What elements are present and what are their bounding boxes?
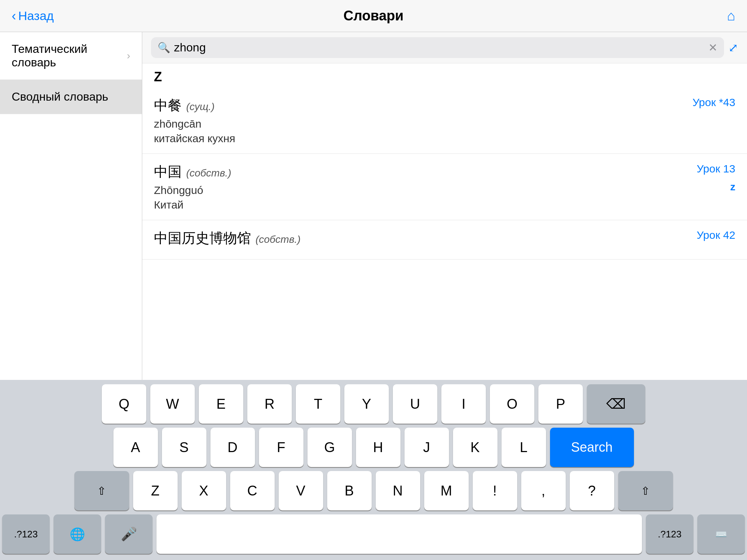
entry-translation-2: Китай <box>154 199 735 211</box>
entry-zhongcan[interactable]: 中餐 (сущ.) Урок *43 zhōngcān китайская ку… <box>142 88 747 154</box>
entry-lesson-2: Урок 13 <box>697 163 735 175</box>
chevron-left-icon: ‹ <box>12 9 16 23</box>
key-shift-left[interactable]: ⇧ <box>74 471 129 510</box>
search-bar: 🔍 ✕ ⤢ <box>142 32 747 63</box>
keyboard-row-4: .?123 🌐 🎤 .?123 ⌨️ <box>2 514 745 554</box>
key-space[interactable] <box>156 514 642 554</box>
back-label: Назад <box>18 9 54 23</box>
search-input-container: 🔍 ✕ <box>151 37 724 58</box>
key-microphone[interactable]: 🎤 <box>105 514 152 554</box>
entry-zhongguo[interactable]: 中国 (собств.) Урок 13 Zhōngguó Китай z <box>142 154 747 220</box>
key-p[interactable]: P <box>538 384 583 424</box>
main-area: Тематический словарь › Сводный словарь 🔍… <box>0 32 747 380</box>
key-a[interactable]: A <box>113 428 158 467</box>
nav-bar: ‹ Назад Словари ⌂ <box>0 0 747 32</box>
key-z[interactable]: Z <box>133 471 178 510</box>
entry-header-3: 中国历史博物馆 (собств.) Урок 42 <box>154 229 735 248</box>
key-o[interactable]: O <box>490 384 534 424</box>
key-e[interactable]: E <box>199 384 243 424</box>
home-button[interactable]: ⌂ <box>727 8 735 24</box>
key-hide-keyboard[interactable]: ⌨️ <box>697 514 745 554</box>
key-shift-right[interactable]: ⇧ <box>618 471 673 510</box>
key-h[interactable]: H <box>356 428 400 467</box>
home-icon: ⌂ <box>727 8 735 23</box>
key-globe[interactable]: 🌐 <box>54 514 101 554</box>
entries-list: Z 中餐 (сущ.) Урок *43 zhōngcān китайская … <box>142 63 747 380</box>
entry-header-2: 中国 (собств.) Урок 13 <box>154 163 735 181</box>
shift-arrow-icon-r: ⇧ <box>641 485 650 497</box>
entry-header: 中餐 (сущ.) Урок *43 <box>154 96 735 115</box>
key-d[interactable]: D <box>210 428 255 467</box>
sidebar-item-combined-label: Сводный словарь <box>12 90 108 104</box>
search-button[interactable]: Search <box>550 428 634 467</box>
entry-pos-3: (собств.) <box>255 234 301 245</box>
sidebar: Тематический словарь › Сводный словарь <box>0 32 142 380</box>
key-g[interactable]: G <box>307 428 352 467</box>
key-u[interactable]: U <box>393 384 437 424</box>
key-v[interactable]: V <box>279 471 323 510</box>
back-button[interactable]: ‹ Назад <box>12 9 54 23</box>
entry-pos-2: (собств.) <box>186 167 231 179</box>
entry-pinyin-2: Zhōngguó <box>154 184 735 197</box>
entry-chinese-3: 中国历史博物馆 <box>154 230 251 246</box>
content-area: 🔍 ✕ ⤢ Z 中餐 (сущ.) Урок *43 zhōngcān кита… <box>142 32 747 380</box>
entry-chinese-2: 中国 <box>154 164 182 179</box>
key-j[interactable]: J <box>405 428 449 467</box>
expand-icon[interactable]: ⤢ <box>728 41 738 55</box>
key-y[interactable]: Y <box>344 384 389 424</box>
key-w[interactable]: W <box>150 384 195 424</box>
key-s[interactable]: S <box>162 428 206 467</box>
entry-translation: китайская кухня <box>154 132 735 145</box>
entry-lesson: Урок *43 <box>692 96 735 109</box>
key-f[interactable]: F <box>259 428 303 467</box>
key-b[interactable]: B <box>327 471 372 510</box>
clear-icon[interactable]: ✕ <box>708 41 717 54</box>
key-m[interactable]: M <box>424 471 469 510</box>
key-n[interactable]: N <box>376 471 420 510</box>
sidebar-item-thematic[interactable]: Тематический словарь › <box>0 32 142 80</box>
page-title: Словари <box>344 8 404 24</box>
keyboard-row-1: Q W E R T Y U I O P ⌫ <box>2 384 745 424</box>
key-c[interactable]: C <box>230 471 275 510</box>
search-icon: 🔍 <box>158 42 170 54</box>
entry-title-2: 中国 (собств.) <box>154 163 231 181</box>
z-badge: z <box>730 181 735 193</box>
keyboard-row-2: A S D F G H J K L Search <box>2 428 745 467</box>
key-backspace[interactable]: ⌫ <box>587 384 645 424</box>
key-comma[interactable]: , <box>521 471 566 510</box>
key-k[interactable]: K <box>453 428 498 467</box>
entry-zhongguo-lishi[interactable]: 中国历史博物馆 (собств.) Урок 42 <box>142 220 747 260</box>
key-t[interactable]: T <box>296 384 340 424</box>
keyboard-row-3: ⇧ Z X C V B N M ! , ? ⇧ <box>2 471 745 510</box>
entry-title-3: 中国历史博物馆 (собств.) <box>154 229 301 248</box>
entry-lesson-3: Урок 42 <box>697 229 735 241</box>
key-question[interactable]: ? <box>570 471 614 510</box>
shift-arrow-icon: ⇧ <box>97 485 106 497</box>
key-r[interactable]: R <box>247 384 292 424</box>
key-exclaim[interactable]: ! <box>473 471 517 510</box>
chevron-right-icon: › <box>127 50 130 62</box>
key-l[interactable]: L <box>502 428 546 467</box>
entry-pos: (сущ.) <box>186 101 214 112</box>
sidebar-item-thematic-label: Тематический словарь <box>12 42 127 69</box>
entry-chinese: 中餐 <box>154 98 182 113</box>
key-symbols[interactable]: .?123 <box>2 514 50 554</box>
key-symbols-right[interactable]: .?123 <box>646 514 693 554</box>
key-i[interactable]: I <box>441 384 486 424</box>
entry-pinyin: zhōngcān <box>154 118 735 130</box>
section-header-z: Z <box>142 63 747 88</box>
sidebar-item-combined[interactable]: Сводный словарь <box>0 80 142 114</box>
search-input[interactable] <box>174 41 705 54</box>
key-q[interactable]: Q <box>102 384 146 424</box>
key-x[interactable]: X <box>182 471 226 510</box>
entry-title: 中餐 (сущ.) <box>154 96 214 115</box>
keyboard: Q W E R T Y U I O P ⌫ A S D F G H J K L … <box>0 380 747 560</box>
